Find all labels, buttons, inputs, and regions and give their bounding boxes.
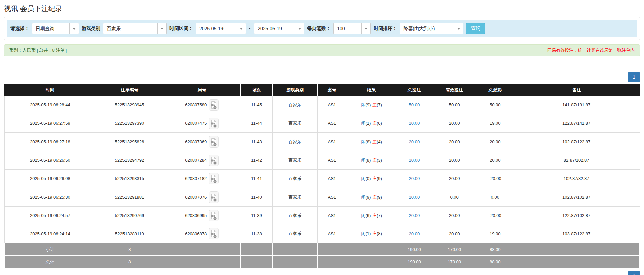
video-replay-button[interactable] <box>209 228 219 239</box>
total-bet-link[interactable]: 20.00 <box>409 195 420 200</box>
video-replay-button[interactable] <box>209 136 219 148</box>
result-banker-score: (8) <box>377 231 382 236</box>
video-replay-button[interactable] <box>209 173 219 184</box>
page-1-button[interactable]: 1 <box>628 72 640 82</box>
total-bet-link[interactable]: 20.00 <box>409 231 420 236</box>
result-banker-label: 庄 <box>372 102 377 107</box>
result-banker-label: 庄 <box>372 231 377 236</box>
table-row: 2025-05-19 06:26:08522513293315620807182… <box>4 169 640 188</box>
cell-round-no: 620807580 <box>163 96 241 114</box>
total-bet-link[interactable]: 50.00 <box>409 102 420 107</box>
result-player-score: (1) <box>365 231 372 236</box>
cell-game-type: 百家乐 <box>273 132 317 151</box>
round-no-text: 620807369 <box>185 139 207 144</box>
result-banker-label: 庄 <box>372 213 377 218</box>
payout-sum: 88.00 <box>477 243 513 256</box>
result-player-score: (6) <box>365 213 372 218</box>
cell-session: 11-44 <box>241 114 273 132</box>
search-button[interactable]: 查询 <box>466 23 485 34</box>
result-banker-label: 庄 <box>372 139 377 144</box>
cell-session: 11-43 <box>241 132 273 151</box>
date-from-value: 2025-05-19 <box>196 23 237 34</box>
total-bet-link[interactable]: 20.00 <box>409 213 420 218</box>
total-empty-cell <box>317 243 346 256</box>
cell-game-type: 百家乐 <box>273 96 317 114</box>
game-type-value: 百家乐 <box>103 23 157 34</box>
page-1-button[interactable]: 1 <box>628 271 640 275</box>
col-payout-header: 总派彩 <box>477 84 513 96</box>
col-total-bet-header: 总投注 <box>397 84 432 96</box>
video-record-icon <box>209 228 219 239</box>
cell-remark: 82.87/102.87 <box>513 151 640 169</box>
table-row: 2025-05-19 06:28:44522513298945620807580… <box>4 96 640 114</box>
result-banker-score: (7) <box>377 213 382 218</box>
page-title: 视讯 会员下注纪录 <box>4 0 640 17</box>
round-no-text: 620807076 <box>185 195 207 200</box>
table-row: 2025-05-19 06:26:50522513294792620807284… <box>4 151 640 169</box>
page-size-value: 100 <box>334 23 361 34</box>
cell-result: 闲(8) 庄(4) <box>346 132 397 151</box>
total-bet-link[interactable]: 20.00 <box>409 139 420 144</box>
cell-bet-no: 522513295826 <box>96 132 163 151</box>
page-size-select[interactable]: 100 <box>333 23 371 34</box>
result-banker-score: (4) <box>377 139 382 144</box>
result-banker-label: 庄 <box>372 121 377 126</box>
date-to-select[interactable]: 2025-05-19 <box>254 23 304 34</box>
query-type-label: 请选择： <box>10 25 29 32</box>
result-banker-score: (6) <box>377 121 382 126</box>
total-bet-link[interactable]: 20.00 <box>409 121 420 126</box>
col-table-no-header: 桌号 <box>317 84 346 96</box>
video-replay-button[interactable] <box>209 118 219 129</box>
result-banker-score: (3) <box>377 158 382 163</box>
cell-time: 2025-05-19 06:26:50 <box>4 151 96 169</box>
chevron-down-icon[interactable] <box>454 23 463 34</box>
cell-payout: 19.00 <box>477 225 513 243</box>
cell-valid-bet: 20.00 <box>432 114 477 132</box>
cell-round-no: 620807284 <box>163 151 241 169</box>
cell-round-no: 620806995 <box>163 206 241 225</box>
query-type-select[interactable]: 日期查询 <box>32 23 79 34</box>
cell-total-bet: 20.00 <box>397 225 432 243</box>
total-empty-cell <box>163 256 241 268</box>
video-record-icon <box>209 210 219 221</box>
bet-records-table: 时间注单编号局号场次游戏类别桌号结果总投注有效投注总派彩备注 2025-05-1… <box>4 84 640 268</box>
chevron-down-icon[interactable] <box>157 23 166 34</box>
cell-round-no: 620807076 <box>163 188 241 206</box>
result-banker-label: 庄 <box>372 195 377 200</box>
total-empty-cell <box>346 256 397 268</box>
result-banker-label: 庄 <box>372 158 377 163</box>
date-from-select[interactable]: 2025-05-19 <box>196 23 246 34</box>
cell-remark: 141.87/191.87 <box>513 96 640 114</box>
video-replay-button[interactable] <box>209 155 219 166</box>
total-label: 总计 <box>4 256 96 268</box>
round-no-text: 620807475 <box>185 121 207 126</box>
total-bet-link[interactable]: 20.00 <box>409 158 420 163</box>
cell-time: 2025-05-19 06:24:14 <box>4 225 96 243</box>
video-replay-button[interactable] <box>209 210 219 221</box>
cell-remark: 102.87/102.87 <box>513 188 640 206</box>
cell-table-no: AS1 <box>317 206 346 225</box>
result-banker-score: (7) <box>377 102 382 107</box>
time-sort-select[interactable]: 降幂(由大到小) <box>400 23 463 34</box>
total-empty-cell <box>241 256 273 268</box>
cell-bet-no: 522513290769 <box>96 206 163 225</box>
chevron-down-icon[interactable] <box>237 23 246 34</box>
table-row: 2025-05-19 06:24:14522513289119620806878… <box>4 225 640 243</box>
game-type-select[interactable]: 百家乐 <box>103 23 167 34</box>
cell-table-no: AS1 <box>317 96 346 114</box>
total-bet-link[interactable]: 20.00 <box>409 176 420 181</box>
result-player-label: 闲 <box>361 176 365 181</box>
round-no-text: 620807182 <box>185 176 207 181</box>
cell-result: 闲(1) 庄(6) <box>346 114 397 132</box>
total-count: 8 <box>96 256 163 268</box>
cell-total-bet: 50.00 <box>397 96 432 114</box>
total-empty-cell <box>241 243 273 256</box>
cell-session: 11-45 <box>241 96 273 114</box>
video-replay-button[interactable] <box>209 99 219 111</box>
result-banker-score: (9) <box>377 176 382 181</box>
chevron-down-icon[interactable] <box>69 23 79 34</box>
video-replay-button[interactable] <box>209 191 219 203</box>
chevron-down-icon[interactable] <box>361 23 370 34</box>
total-count: 8 <box>96 243 163 256</box>
chevron-down-icon[interactable] <box>295 23 304 34</box>
